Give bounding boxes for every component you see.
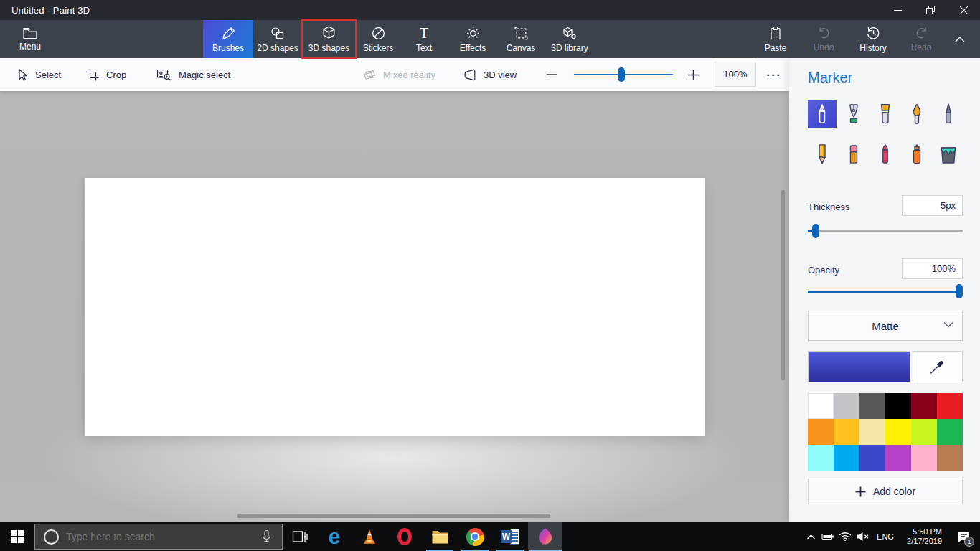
tray-battery-icon[interactable] xyxy=(819,522,837,551)
redo-button[interactable]: Redo xyxy=(900,20,942,58)
eyedropper-button[interactable] xyxy=(913,351,963,382)
zoom-out-button[interactable] xyxy=(546,58,557,91)
palette-color[interactable] xyxy=(808,445,834,471)
taskbar-app-chrome[interactable] xyxy=(458,522,492,551)
brush-tool-eraser[interactable] xyxy=(839,140,868,169)
thickness-slider-thumb[interactable] xyxy=(812,224,819,238)
palette-color[interactable] xyxy=(834,445,859,471)
taskbar-app-file-explorer[interactable] xyxy=(423,522,457,551)
brush-tool-pixel-pen[interactable] xyxy=(934,100,963,128)
taskbar-app-opera[interactable] xyxy=(387,522,422,551)
file-explorer-icon xyxy=(431,529,449,545)
restore-icon[interactable] xyxy=(914,0,947,20)
brush-tool-calligraphy-pen[interactable] xyxy=(839,100,868,128)
palette-color[interactable] xyxy=(885,393,911,419)
taskbar-search[interactable] xyxy=(34,524,283,550)
opacity-slider-thumb[interactable] xyxy=(956,284,963,298)
palette-color[interactable] xyxy=(885,445,911,471)
zoom-level-field[interactable]: 100% xyxy=(715,62,756,87)
opera-icon xyxy=(397,528,412,545)
edge-icon: e xyxy=(329,527,341,546)
thickness-slider-track[interactable] xyxy=(808,230,963,232)
3d-view-button[interactable]: 3D view xyxy=(463,58,517,91)
brush-tool-oil-brush[interactable] xyxy=(871,100,900,128)
mixed-reality-button[interactable]: Mixed reality xyxy=(362,58,435,91)
thickness-slider[interactable] xyxy=(808,224,963,238)
brush-tool-marker[interactable] xyxy=(808,100,837,128)
task-view-button[interactable] xyxy=(283,522,317,551)
palette-color[interactable] xyxy=(859,393,885,419)
taskbar-app-paint-3d[interactable] xyxy=(528,522,562,551)
brush-tool-pencil[interactable] xyxy=(808,140,837,169)
palette-color[interactable] xyxy=(937,393,963,419)
tab-text[interactable]: T Text xyxy=(403,20,445,58)
minimize-icon[interactable] xyxy=(881,0,914,20)
ellipsis-icon: ··· xyxy=(767,69,782,81)
tray-volume-muted-icon[interactable] xyxy=(853,522,873,551)
palette-color[interactable] xyxy=(808,419,834,445)
vertical-scrollbar[interactable] xyxy=(781,190,785,380)
select-cursor-icon xyxy=(16,68,29,82)
zoom-slider[interactable] xyxy=(574,67,673,82)
add-color-button[interactable]: Add color xyxy=(808,479,963,504)
palette-color[interactable] xyxy=(834,393,859,419)
tray-show-hidden-icons[interactable] xyxy=(801,522,820,551)
horizontal-scrollbar[interactable] xyxy=(237,514,550,518)
tab-brushes[interactable]: Brushes xyxy=(203,20,253,58)
palette-color[interactable] xyxy=(859,445,885,471)
tray-language[interactable]: ENG xyxy=(873,522,897,551)
redo-icon xyxy=(914,26,929,40)
tab-2d-shapes[interactable]: 2D shapes xyxy=(253,20,302,58)
taskbar-app-word[interactable]: W xyxy=(493,522,527,551)
drawing-canvas[interactable] xyxy=(85,178,705,436)
tab-effects[interactable]: Effects xyxy=(451,20,495,58)
tab-label: Text xyxy=(416,43,432,53)
close-icon[interactable] xyxy=(947,0,980,20)
tray-wifi-icon[interactable] xyxy=(836,522,854,551)
taskbar-app-edge[interactable]: e xyxy=(317,522,352,551)
see-more-button[interactable]: ··· xyxy=(762,58,786,91)
window-title: Untitled - Paint 3D xyxy=(11,5,90,16)
palette-color[interactable] xyxy=(911,445,937,471)
select-button[interactable]: Select xyxy=(16,58,61,91)
taskbar-app-vlc[interactable] xyxy=(352,522,387,551)
microphone-icon[interactable] xyxy=(261,529,272,544)
opacity-slider-fill xyxy=(808,291,963,293)
brush-tool-spray-can[interactable] xyxy=(903,140,931,169)
crop-button[interactable]: Crop xyxy=(86,58,126,91)
brush-tool-fill-bucket[interactable] xyxy=(934,140,963,169)
tray-clock[interactable]: 5:50 PM 2/17/2019 xyxy=(899,522,942,551)
zoom-in-button[interactable] xyxy=(687,58,699,91)
start-button[interactable] xyxy=(0,522,34,551)
menu-button[interactable]: Menu xyxy=(7,20,53,58)
history-button[interactable]: History xyxy=(852,20,894,58)
opacity-field[interactable]: 100% xyxy=(902,258,963,279)
collapse-ribbon-button[interactable] xyxy=(944,20,976,58)
material-dropdown[interactable]: Matte xyxy=(808,311,963,341)
3d-library-icon xyxy=(562,25,578,41)
opacity-slider[interactable] xyxy=(808,284,963,298)
tab-stickers[interactable]: Stickers xyxy=(356,20,400,58)
palette-color[interactable] xyxy=(911,393,937,419)
paste-button[interactable]: Paste xyxy=(755,20,796,58)
brush-tool-crayon[interactable] xyxy=(871,140,900,169)
palette-color[interactable] xyxy=(911,419,937,445)
tab-3d-shapes[interactable]: 3D shapes xyxy=(302,20,356,58)
palette-color[interactable] xyxy=(937,445,963,471)
zoom-slider-thumb[interactable] xyxy=(618,67,625,82)
magic-select-button[interactable]: Magic select xyxy=(156,58,230,91)
search-input[interactable] xyxy=(66,531,261,542)
palette-color[interactable] xyxy=(834,419,859,445)
palette-color[interactable] xyxy=(937,419,963,445)
tab-3d-library[interactable]: 3D library xyxy=(545,20,594,58)
tab-canvas[interactable]: Canvas xyxy=(499,20,542,58)
brush-tool-watercolor[interactable] xyxy=(903,100,931,128)
action-center-button[interactable]: 1 xyxy=(947,522,980,551)
current-color-swatch[interactable] xyxy=(808,351,910,382)
undo-button[interactable]: Undo xyxy=(803,20,844,58)
plus-icon xyxy=(687,69,699,81)
palette-color[interactable] xyxy=(859,419,885,445)
palette-color[interactable] xyxy=(885,419,911,445)
thickness-field[interactable]: 5px xyxy=(902,195,963,216)
palette-color[interactable] xyxy=(808,393,834,419)
